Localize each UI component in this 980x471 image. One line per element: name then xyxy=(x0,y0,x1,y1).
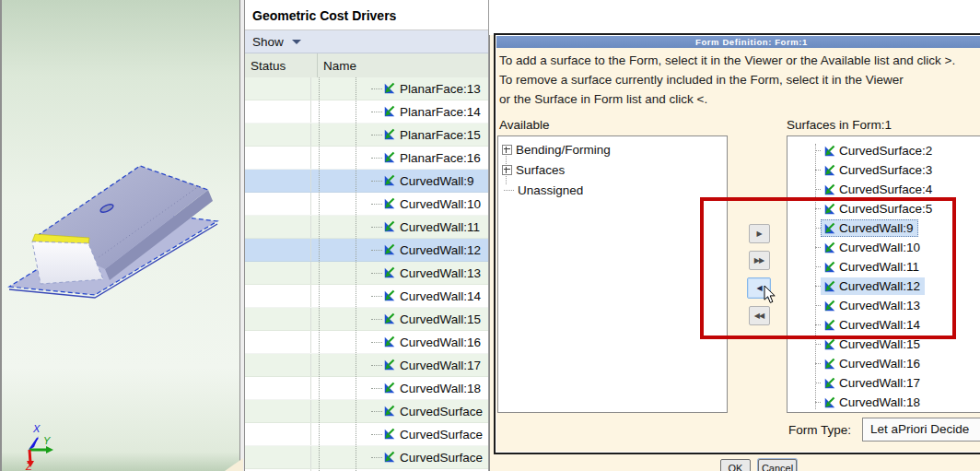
axis-x-label: X xyxy=(32,423,41,434)
gcd-icon xyxy=(823,396,836,409)
tree-connector xyxy=(371,457,382,458)
transfer-buttons: ▶▶▶◀◀◀ xyxy=(746,224,772,325)
gcd-icon xyxy=(823,164,836,177)
name-cell: PlanarFace:15 xyxy=(311,124,488,146)
remove-button[interactable]: ◀ xyxy=(747,277,771,299)
list-item[interactable]: CurvedWall:9 xyxy=(788,218,980,238)
status-cell xyxy=(245,446,311,468)
dialog-instructions: To add a surface to the Form, select it … xyxy=(499,51,955,109)
list-item[interactable]: CurvedWall:15 xyxy=(788,335,980,354)
table-row[interactable]: CurvedWall:11 xyxy=(245,216,488,239)
ok-button[interactable]: OK xyxy=(720,459,751,471)
available-label: Available xyxy=(499,118,550,132)
gcd-icon xyxy=(383,151,396,164)
tree-connector xyxy=(371,181,382,182)
gcd-icon xyxy=(823,377,836,390)
gcd-icon xyxy=(823,338,836,351)
list-item[interactable]: CurvedSurface:5 xyxy=(788,199,980,218)
table-row[interactable]: CurvedSurface xyxy=(245,446,488,469)
list-item[interactable]: CurvedWall:18 xyxy=(788,393,980,412)
background-window-corner xyxy=(225,458,243,471)
list-item[interactable]: CurvedWall:13 xyxy=(788,296,980,315)
form-type-dropdown[interactable]: Let aPriori Decide xyxy=(862,418,980,442)
gcd-icon xyxy=(383,197,396,210)
surface-name: CurvedWall:10 xyxy=(839,241,920,254)
gcd-icon xyxy=(383,359,396,371)
available-tree[interactable]: Bending/FormingSurfacesUnassigned xyxy=(497,135,728,413)
gcd-icon xyxy=(823,319,836,332)
gcd-name: CurvedWall:17 xyxy=(400,359,481,372)
gcd-icon xyxy=(383,82,396,95)
tree-connector xyxy=(371,434,382,435)
remove-all-button[interactable]: ◀◀ xyxy=(749,306,770,325)
gcd-name: CurvedWall:13 xyxy=(400,266,481,280)
name-cell: CurvedSurface xyxy=(311,400,488,422)
expand-icon[interactable] xyxy=(502,145,512,155)
3d-viewer[interactable]: X Y Z xyxy=(0,0,239,471)
list-item[interactable]: CurvedSurface:2 xyxy=(788,141,980,160)
status-cell xyxy=(245,216,311,238)
table-row[interactable]: CurvedWall:12 xyxy=(245,239,488,262)
gcd-icon xyxy=(383,451,396,464)
list-item[interactable]: CurvedWall:17 xyxy=(788,373,980,393)
table-row[interactable]: PlanarFace:14 xyxy=(245,100,488,124)
list-item[interactable]: CurvedSurface:4 xyxy=(788,180,980,199)
gcd-icon xyxy=(383,428,396,441)
show-menu-button[interactable]: Show xyxy=(245,30,488,53)
list-item[interactable]: CurvedWall:16 xyxy=(788,354,980,373)
list-item[interactable]: CurvedWall:12 xyxy=(788,277,980,296)
in-form-list[interactable]: CurvedSurface:2CurvedSurface:3CurvedSurf… xyxy=(787,135,980,413)
sheet-metal-part[interactable] xyxy=(2,138,241,313)
table-row[interactable]: CurvedWall:18 xyxy=(245,377,488,400)
tree-connector xyxy=(371,411,382,412)
dialog-titlebar[interactable]: Form Definition: Form:1 xyxy=(496,36,980,48)
table-row[interactable]: CurvedWall:16 xyxy=(245,331,488,354)
column-header-status[interactable]: Status xyxy=(245,53,318,78)
tree-item[interactable]: Unassigned xyxy=(498,180,727,200)
expand-icon[interactable] xyxy=(502,165,512,175)
table-row[interactable]: CurvedWall:9 xyxy=(245,170,488,193)
add-button[interactable]: ▶ xyxy=(749,224,770,243)
surface-name: CurvedWall:18 xyxy=(839,395,920,409)
table-row[interactable]: PlanarFace:13 xyxy=(245,77,488,100)
gcd-icon xyxy=(383,220,396,233)
surface-name: CurvedWall:14 xyxy=(839,318,920,332)
surface-name: CurvedSurface:4 xyxy=(839,183,932,196)
name-cell: PlanarFace:14 xyxy=(311,100,488,123)
list-item[interactable]: CurvedWall:10 xyxy=(788,238,980,257)
table-row[interactable]: PlanarFace:16 xyxy=(245,147,488,170)
cancel-button[interactable]: Cancel xyxy=(758,459,797,471)
table-row[interactable]: CurvedWall:13 xyxy=(245,262,488,285)
table-row[interactable]: CurvedWall:15 xyxy=(245,308,488,331)
tree-connector xyxy=(371,296,382,297)
status-cell xyxy=(245,331,311,353)
table-row[interactable]: CurvedSurface xyxy=(245,400,488,423)
tree-connector xyxy=(371,388,382,389)
gcd-name: PlanarFace:14 xyxy=(400,105,481,119)
gcd-icon xyxy=(383,105,396,118)
table-row[interactable]: CurvedWall:17 xyxy=(245,354,488,377)
add-all-button[interactable]: ▶▶ xyxy=(749,251,770,270)
table-row[interactable]: CurvedSurface xyxy=(245,423,488,446)
column-header-name[interactable]: Name xyxy=(318,53,356,78)
status-cell xyxy=(245,262,311,284)
list-item[interactable]: CurvedWall:14 xyxy=(788,315,980,335)
gcd-row-list: PlanarFace:13PlanarFace:14PlanarFace:15P… xyxy=(245,77,488,471)
tree-connector xyxy=(371,204,382,205)
table-row[interactable]: CurvedWall:14 xyxy=(245,285,488,308)
gcd-name: PlanarFace:13 xyxy=(400,82,481,96)
tree-item[interactable]: Surfaces xyxy=(498,159,727,180)
chevron-down-icon xyxy=(292,40,301,44)
table-row[interactable]: CurvedWall:10 xyxy=(245,193,488,216)
name-cell: PlanarFace:16 xyxy=(311,147,488,169)
table-row[interactable]: PlanarFace:15 xyxy=(245,124,488,147)
status-cell xyxy=(245,170,311,192)
surface-name: CurvedWall:11 xyxy=(839,260,919,274)
list-item[interactable]: CurvedSurface:3 xyxy=(788,160,980,180)
list-item[interactable]: CurvedWall:11 xyxy=(788,257,980,277)
gcd-icon xyxy=(383,336,396,348)
gcd-icon xyxy=(823,261,836,274)
tree-item[interactable]: Bending/Forming xyxy=(498,139,727,159)
gcd-icon xyxy=(823,222,836,235)
tree-item-label: Surfaces xyxy=(516,163,565,177)
